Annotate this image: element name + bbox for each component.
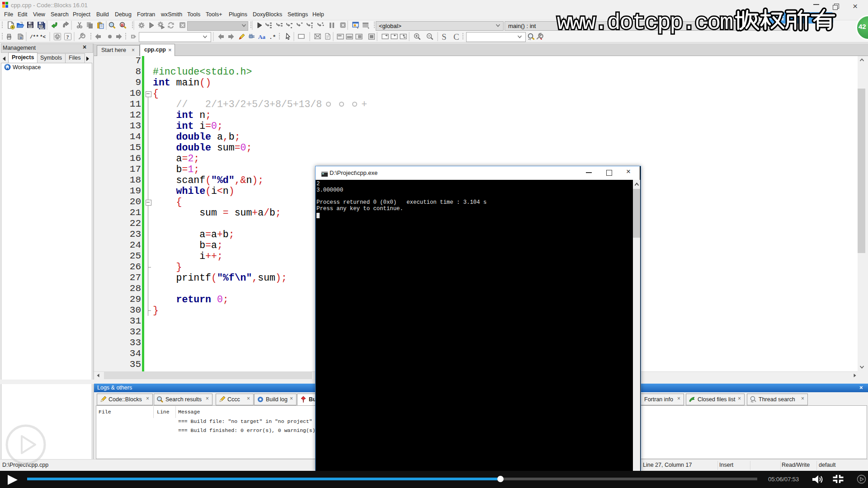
svg-text:?: ? — [66, 34, 69, 40]
svg-text:C: C — [453, 32, 459, 42]
svg-text:/**: /** — [30, 34, 39, 40]
svg-text:*<: *< — [40, 34, 46, 40]
svg-text:S: S — [442, 32, 447, 42]
svg-text:Aa: Aa — [258, 33, 265, 40]
svg-text:.*: .* — [269, 34, 276, 41]
svg-text:R: R — [121, 23, 124, 28]
